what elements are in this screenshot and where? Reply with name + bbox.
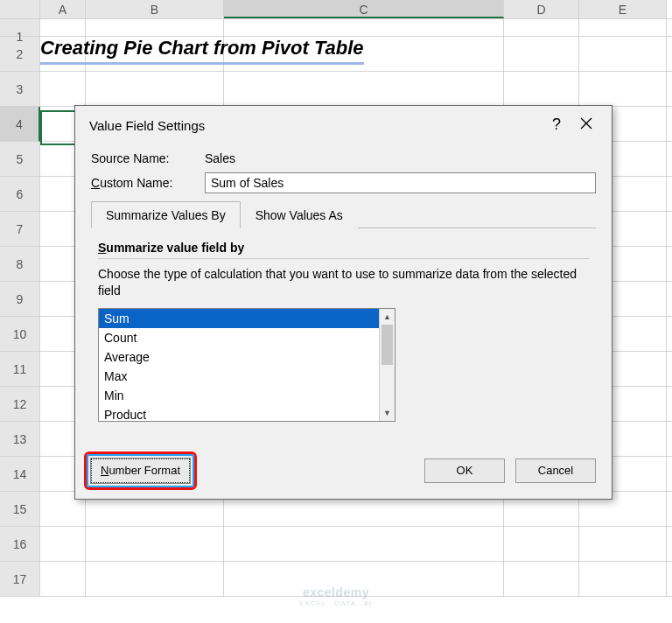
row-header-13[interactable]: 13 (0, 422, 40, 457)
row-header-3[interactable]: 3 (0, 72, 40, 107)
listbox-scrollbar[interactable]: ▲ ▼ (379, 309, 395, 421)
row-header-8[interactable]: 8 (0, 247, 40, 282)
list-item-min[interactable]: Min (99, 386, 379, 405)
value-field-settings-dialog: Value Field Settings ? Source Name: Sale… (74, 105, 612, 500)
list-item-max[interactable]: Max (99, 367, 379, 386)
column-headers-row: A B C D E (0, 0, 672, 19)
number-format-button[interactable]: Number Format (91, 458, 190, 483)
ok-button[interactable]: OK (424, 458, 505, 483)
watermark: exceldemy EXCEL · DATA · BI (299, 585, 373, 607)
custom-name-label: Custom Name: (91, 176, 205, 190)
row-header-17[interactable]: 17 (0, 562, 40, 597)
close-button[interactable] (571, 113, 601, 137)
row-header-6[interactable]: 6 (0, 177, 40, 212)
panel-description: Choose the type of calculation that you … (98, 266, 589, 299)
row-header-1[interactable]: 1 (0, 19, 40, 37)
row-header-15[interactable]: 15 (0, 492, 40, 527)
tab-show-values-as[interactable]: Show Values As (241, 201, 358, 228)
help-button[interactable]: ? (542, 113, 571, 137)
row-header-5[interactable]: 5 (0, 142, 40, 177)
tab-panel-summarize: Summarize value field by Choose the type… (91, 228, 596, 430)
row-header-4[interactable]: 4 (0, 107, 40, 142)
tab-summarize-values-by[interactable]: Summarize Values By (91, 201, 241, 228)
source-name-label: Source Name: (91, 151, 205, 165)
row-header-9[interactable]: 9 (0, 282, 40, 317)
watermark-tagline: EXCEL · DATA · BI (299, 599, 373, 607)
scroll-up-icon[interactable]: ▲ (380, 309, 395, 325)
dialog-title: Value Field Settings (89, 118, 542, 133)
row-header-14[interactable]: 14 (0, 457, 40, 492)
sheet-title: Creating Pie Chart from Pivot Table (40, 37, 364, 65)
custom-name-input[interactable] (205, 172, 596, 193)
cancel-button[interactable]: Cancel (515, 458, 596, 483)
list-item-product[interactable]: Product (99, 405, 379, 421)
row-header-11[interactable]: 11 (0, 352, 40, 387)
select-all-corner[interactable] (0, 0, 40, 18)
col-header-E[interactable]: E (579, 0, 667, 18)
calc-listbox[interactable]: Sum Count Average Max Min Product ▲ ▼ (98, 308, 396, 422)
col-header-A[interactable]: A (40, 0, 86, 18)
close-icon (580, 117, 592, 130)
row-header-16[interactable]: 16 (0, 527, 40, 562)
row-header-12[interactable]: 12 (0, 387, 40, 422)
list-item-average[interactable]: Average (99, 347, 379, 367)
panel-heading: Summarize value field by (98, 241, 589, 259)
col-header-C[interactable]: C (224, 0, 504, 18)
scroll-down-icon[interactable]: ▼ (380, 405, 395, 421)
source-name-value: Sales (205, 151, 596, 165)
watermark-brand: exceldemy (299, 585, 373, 599)
dialog-button-row: Number Format OK Cancel (75, 444, 612, 499)
dialog-titlebar: Value Field Settings ? (75, 106, 612, 144)
tab-strip: Summarize Values By Show Values As (91, 200, 596, 228)
row-headers: 1 2 3 4 5 6 7 8 9 10 11 12 13 14 15 16 1… (0, 19, 40, 597)
row-header-2[interactable]: 2 (0, 37, 40, 72)
scroll-thumb[interactable] (382, 325, 393, 365)
col-header-B[interactable]: B (86, 0, 224, 18)
row-header-10[interactable]: 10 (0, 317, 40, 352)
list-item-count[interactable]: Count (99, 328, 379, 347)
row-header-7[interactable]: 7 (0, 212, 40, 247)
col-header-D[interactable]: D (504, 0, 579, 18)
list-item-sum[interactable]: Sum (99, 309, 379, 328)
